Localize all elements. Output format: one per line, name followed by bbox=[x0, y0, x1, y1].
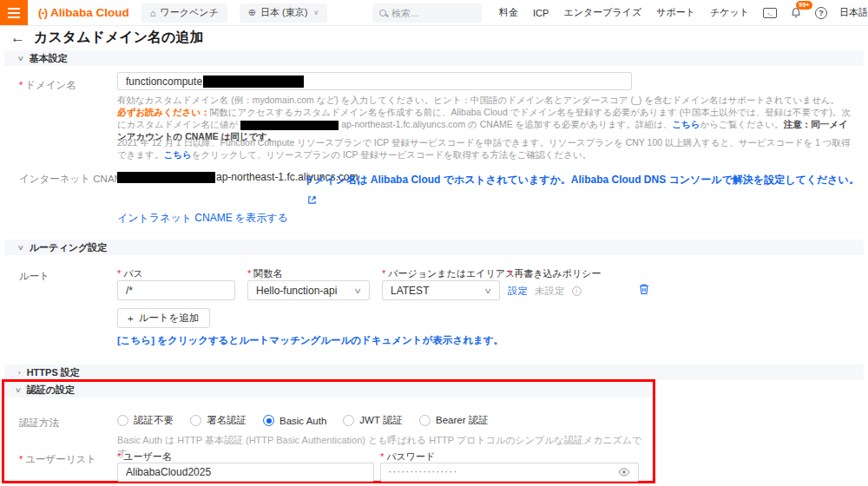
radio-label: 認証不要 bbox=[134, 414, 174, 427]
help-icon[interactable]: ? bbox=[815, 7, 827, 19]
redaction-domain bbox=[203, 76, 304, 88]
caret-right-icon: › bbox=[17, 369, 21, 377]
auth-option-basic-auth[interactable]: Basic Auth bbox=[263, 415, 326, 426]
required-asterisk: * bbox=[19, 454, 23, 464]
version-select[interactable]: LATEST ∨ bbox=[382, 280, 500, 300]
domain-name-value: functioncompute bbox=[126, 76, 202, 88]
domain-name-input[interactable]: functioncompute bbox=[117, 72, 632, 90]
notification-badge: 99+ bbox=[796, 1, 812, 10]
domain-hint: 有効なカスタムドメイン名 (例：mydomain.com など) を入力してくだ… bbox=[117, 94, 855, 106]
path-input-field[interactable] bbox=[126, 285, 227, 297]
radio-label: 署名認証 bbox=[207, 414, 247, 427]
required-asterisk: * bbox=[380, 451, 384, 462]
search-icon bbox=[379, 10, 386, 16]
workbench-label: ワークベンチ bbox=[160, 6, 218, 19]
section-https-settings[interactable]: › HTTPS 設定 bbox=[4, 364, 864, 380]
page-head: ← カスタムドメイン名の追加 bbox=[10, 29, 203, 47]
required-asterisk: * bbox=[247, 268, 251, 279]
external-link-icon bbox=[307, 195, 317, 205]
notice-link[interactable]: こちら bbox=[672, 119, 700, 129]
back-button[interactable]: ← bbox=[10, 30, 25, 45]
username-label: *ユーザー名 bbox=[117, 450, 172, 463]
workbench-button[interactable]: ⌂ ワークベンチ bbox=[141, 3, 227, 23]
nav-tickets[interactable]: チケット bbox=[710, 6, 749, 19]
intranet-cname-link[interactable]: イントラネット CNAME を表示する bbox=[117, 211, 288, 226]
radio-label: Bearer 認証 bbox=[436, 414, 489, 427]
search-input[interactable] bbox=[391, 8, 471, 18]
page-title: カスタムドメイン名の追加 bbox=[34, 29, 203, 47]
icp-paragraph: 2021 年 12 月 1 日以降、Function Compute リソースプ… bbox=[117, 136, 851, 161]
password-label: *パスワード bbox=[380, 450, 435, 463]
rewrite-set-link[interactable]: 設定 bbox=[508, 285, 528, 298]
userlist-label: *ユーザーリスト bbox=[19, 450, 96, 466]
username-input[interactable] bbox=[117, 463, 374, 482]
function-select-value: Hello-function-api bbox=[256, 285, 337, 297]
global-search[interactable] bbox=[372, 3, 482, 23]
section-https-title: HTTPS 設定 bbox=[27, 366, 80, 379]
section-routing-title: ルーティング設定 bbox=[30, 241, 107, 254]
caret-down-icon: ∨ bbox=[15, 386, 22, 394]
nav-enterprise[interactable]: エンタープライズ bbox=[563, 6, 641, 19]
delete-route-button[interactable] bbox=[639, 283, 649, 299]
topbar-icons: ›_ 99+ ? bbox=[763, 7, 827, 19]
section-auth-title: 認証の設定 bbox=[27, 384, 75, 397]
username-input-field[interactable] bbox=[126, 466, 365, 478]
notice-prefix: 必ずお読みください： bbox=[117, 107, 210, 117]
hamburger-menu-button[interactable] bbox=[0, 0, 28, 26]
password-input[interactable]: ················ bbox=[380, 463, 639, 482]
radio-unselected-icon bbox=[343, 415, 354, 426]
region-label: 日本 (東京) bbox=[260, 6, 307, 19]
section-basic-title: 基本設定 bbox=[30, 52, 68, 65]
internet-cname-label: インターネット CNAME bbox=[19, 173, 129, 186]
function-select[interactable]: Hello-function-api ∨ bbox=[247, 280, 370, 300]
nav-pricing[interactable]: 料金 bbox=[499, 6, 518, 19]
auth-option-signature[interactable]: 署名認証 bbox=[190, 414, 247, 427]
required-asterisk: * bbox=[382, 268, 385, 279]
caret-down-icon: ∨ bbox=[17, 55, 24, 62]
auth-option-bearer[interactable]: Bearer 認証 bbox=[419, 414, 489, 427]
path-input[interactable] bbox=[117, 280, 235, 300]
chevron-down-icon: ∨ bbox=[354, 286, 363, 295]
required-asterisk: * bbox=[508, 268, 511, 279]
nav-icp[interactable]: ICP bbox=[533, 8, 549, 18]
notifications-button[interactable]: 99+ bbox=[790, 7, 802, 19]
path-column-label: *パス bbox=[117, 267, 143, 280]
rewrite-policy-cell: 設定 未設定 i bbox=[508, 285, 582, 298]
language-selector[interactable]: 日本語 bbox=[839, 6, 868, 19]
alibaba-cloud-logo[interactable]: (-) Alibaba Cloud bbox=[38, 6, 129, 19]
topnav: 料金 ICP エンタープライズ サポート チケット bbox=[499, 6, 749, 19]
rewrite-column-label: *再書き込みポリシー bbox=[508, 267, 602, 280]
topbar: (-) Alibaba Cloud ⌂ ワークベンチ ⊕ 日本 (東京) ∨ 料… bbox=[0, 0, 868, 26]
nav-support[interactable]: サポート bbox=[656, 6, 695, 19]
console-screen: (-) Alibaba Cloud ⌂ ワークベンチ ⊕ 日本 (東京) ∨ 料… bbox=[0, 0, 868, 486]
radio-unselected-icon bbox=[117, 415, 128, 426]
section-routing-settings[interactable]: ∨ ルーティング設定 bbox=[4, 240, 864, 255]
auth-method-radio-group: 認証不要 署名認証 Basic Auth JWT 認証 Bearer 認証 bbox=[117, 414, 489, 427]
version-select-value: LATEST bbox=[391, 285, 429, 297]
radio-unselected-icon bbox=[190, 415, 201, 426]
dns-console-link[interactable]: ドメイン名は Alibaba Cloud でホストされていますか。Alibaba… bbox=[304, 169, 861, 211]
radio-label: Basic Auth bbox=[279, 416, 326, 426]
chevron-down-icon: ∨ bbox=[484, 286, 493, 295]
add-route-button[interactable]: + ルートを追加 bbox=[117, 308, 210, 328]
auth-option-no-auth[interactable]: 認証不要 bbox=[117, 414, 174, 427]
domain-name-label: *ドメイン名 bbox=[19, 76, 76, 92]
icp-link[interactable]: こちら bbox=[163, 149, 191, 160]
caret-down-icon: ∨ bbox=[17, 244, 24, 252]
chevron-down-icon: ∨ bbox=[313, 9, 319, 16]
route-doc-link[interactable]: [こちら] をクリックするとルートマッチングルールのドキュメントが表示されます。 bbox=[117, 334, 503, 347]
section-basic-settings[interactable]: ∨ 基本設定 bbox=[4, 50, 864, 66]
redaction-cname-prefix bbox=[240, 121, 339, 130]
plus-icon: + bbox=[128, 313, 134, 324]
auth-method-label: 認証方法 bbox=[19, 417, 59, 430]
cloudshell-icon[interactable]: ›_ bbox=[763, 8, 777, 18]
function-column-label: *関数名 bbox=[247, 267, 282, 280]
auth-option-jwt[interactable]: JWT 認証 bbox=[343, 414, 403, 427]
eye-icon[interactable] bbox=[618, 468, 630, 476]
dns-link-text: ドメイン名は Alibaba Cloud でホストされていますか。Alibaba… bbox=[304, 174, 859, 186]
rewrite-status: 未設定 bbox=[535, 285, 565, 298]
section-auth-settings[interactable]: ∨ 認証の設定 bbox=[4, 382, 653, 397]
route-label: ルート bbox=[19, 270, 49, 283]
info-icon[interactable]: i bbox=[572, 286, 582, 296]
region-selector[interactable]: ⊕ 日本 (東京) ∨ bbox=[240, 3, 327, 23]
